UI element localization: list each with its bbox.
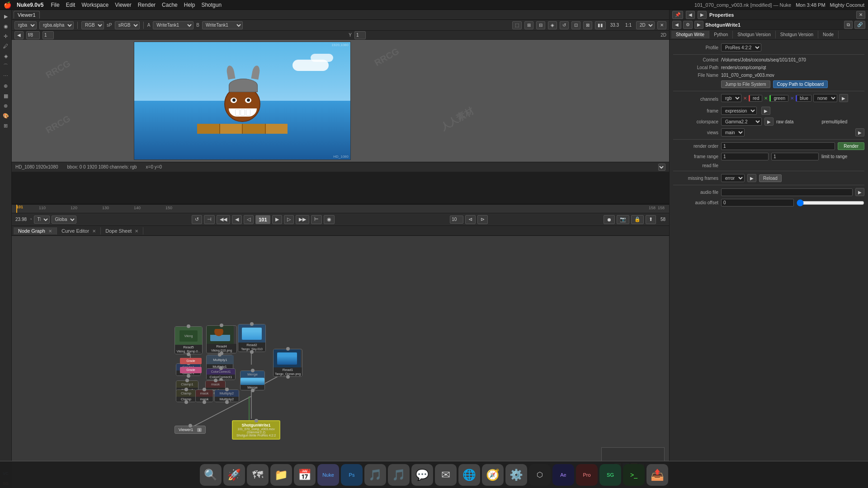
frame-prev-btn[interactable]: ◀: [14, 31, 24, 39]
node-read5-input[interactable]: [187, 324, 190, 328]
write-tank-b-select[interactable]: WriteTank1: [202, 21, 243, 29]
node-mask2[interactable]: mask mask: [195, 389, 213, 402]
dock-icon-pro[interactable]: Pro: [576, 464, 598, 486]
node-colorcorrect-input[interactable]: [219, 366, 223, 370]
app-name[interactable]: Nuke9.0v5: [17, 2, 43, 8]
dock-icon-unity[interactable]: ⬡: [529, 464, 551, 486]
prop-tab-node[interactable]: Node: [818, 31, 839, 38]
channel-blue[interactable]: blue: [796, 95, 811, 102]
display-select[interactable]: sRGB: [115, 21, 140, 29]
menu-workspace[interactable]: Workspace: [81, 2, 108, 8]
tool-grid[interactable]: ▦: [1, 91, 10, 100]
node-mask1-input[interactable]: [214, 379, 217, 382]
missing-frames-select[interactable]: error: [721, 174, 745, 182]
reload-btn[interactable]: Reload: [759, 174, 782, 182]
node-graph-canvas[interactable]: Viking Read5Viking_Ramp.0... Read4Viking…: [12, 236, 669, 488]
profile-select[interactable]: ProRes 4:2:2: [721, 43, 761, 52]
views-select[interactable]: main: [721, 128, 745, 136]
tool-mask[interactable]: ⊗: [1, 101, 10, 110]
menu-cache[interactable]: Cache: [162, 2, 178, 8]
prop-tab-shotgun-write[interactable]: Shotgun Write: [671, 31, 709, 38]
colorspace-expand-btn[interactable]: ▶: [764, 117, 774, 126]
menu-edit[interactable]: Edit: [66, 2, 75, 8]
node-mask2-output[interactable]: [203, 400, 206, 404]
dock-icon-files[interactable]: 📁: [270, 464, 292, 486]
props-expand-btn[interactable]: ▶: [698, 11, 707, 19]
render-order-input[interactable]: [721, 142, 835, 150]
node-colorcorrect[interactable]: ColorCorrect1 ColorCorrect1: [206, 368, 236, 380]
tool-transform[interactable]: ✛: [1, 32, 10, 41]
dock-icon-terminal[interactable]: >_: [623, 464, 645, 486]
btn-step-back[interactable]: ⊲: [465, 215, 476, 224]
btn-snapshot[interactable]: 📷: [617, 215, 629, 224]
node-prev-btn[interactable]: ◀: [672, 21, 681, 29]
node-merge1-input[interactable]: [251, 369, 255, 372]
node-merge1-output[interactable]: [251, 389, 255, 392]
dock-icon-music[interactable]: 🎵: [364, 464, 386, 486]
props-pin-btn[interactable]: 📌: [672, 11, 683, 19]
channel-mode-select[interactable]: rgba: [14, 21, 37, 29]
menu-file[interactable]: File: [51, 2, 59, 8]
menu-render[interactable]: Render: [138, 2, 156, 8]
tool-paint[interactable]: 🖊: [1, 42, 10, 51]
viewer-tab-1[interactable]: Viewer1: [14, 11, 40, 19]
frame-range-start-input[interactable]: [721, 153, 769, 160]
btn-next-frame[interactable]: ▶▶: [296, 215, 309, 224]
btn-step-fwd[interactable]: ⊳: [477, 215, 488, 224]
node-multiply2-output[interactable]: [225, 400, 229, 404]
node-read4-input[interactable]: [220, 324, 223, 327]
viewer-ctrl-btn-8[interactable]: ▮▮: [595, 21, 606, 29]
viewer-ctrl-btn-1[interactable]: ⬚: [512, 21, 522, 29]
dock-icon-ps[interactable]: Ps: [341, 464, 363, 486]
audio-offset-input[interactable]: [721, 199, 794, 206]
dock-icon-messages[interactable]: 💬: [411, 464, 433, 486]
node-read2[interactable]: Read2Tango_Sky.010: [238, 324, 266, 352]
node-viewer1[interactable]: Viewer1 1: [175, 426, 206, 434]
menu-help[interactable]: Help: [184, 2, 195, 8]
status-dropdown[interactable]: [658, 164, 665, 171]
viewer-node-input[interactable]: [189, 424, 192, 427]
scope-select[interactable]: Global: [52, 216, 76, 224]
tab-curve-editor[interactable]: Curve Editor ✕: [57, 227, 101, 235]
apple-menu[interactable]: 🍎: [4, 1, 11, 9]
node-shotgunwrite1[interactable]: ShotgunWrite1 101_070_comp_v003.mov (Gam…: [232, 420, 280, 440]
dock-icon-ftp[interactable]: 📤: [646, 464, 668, 486]
dock-icon-settings[interactable]: ⚙️: [505, 464, 527, 486]
props-collapse-btn[interactable]: ◀: [686, 11, 695, 19]
dock-icon-launchpad[interactable]: 🚀: [223, 464, 245, 486]
render-btn[interactable]: Render: [838, 142, 864, 150]
node-read5-output[interactable]: [187, 352, 190, 356]
mode-2d-select[interactable]: 2D: [636, 21, 655, 29]
props-close-btn[interactable]: ✕: [856, 11, 865, 19]
viewer-ctrl-btn-5[interactable]: ↺: [560, 21, 569, 29]
dock-icon-ae[interactable]: Ae: [552, 464, 574, 486]
dock-icon-safari[interactable]: 🧭: [482, 464, 504, 486]
channel-none-select[interactable]: none: [813, 94, 837, 102]
dock-icon-chrome[interactable]: 🌐: [458, 464, 480, 486]
write-tank-a-select[interactable]: WriteTank1: [153, 21, 193, 29]
audio-offset-slider[interactable]: [797, 199, 865, 206]
node-multiply2-input[interactable]: [225, 388, 229, 391]
audio-file-btn[interactable]: ▶: [855, 188, 864, 196]
btn-audio[interactable]: ◉: [324, 215, 335, 224]
frame-f-input[interactable]: [26, 31, 40, 39]
node-link-btn[interactable]: 🔗: [854, 21, 865, 29]
dock-icon-sg[interactable]: SG: [599, 464, 621, 486]
btn-prev-frame[interactable]: ◀◀: [217, 215, 230, 224]
btn-mark-in[interactable]: ⊣: [204, 215, 215, 224]
viewer-close-btn[interactable]: ✕: [657, 21, 666, 29]
node-grade1-output[interactable]: [187, 374, 190, 378]
tab-node-graph[interactable]: Node Graph ✕: [14, 227, 57, 235]
viewer-ctrl-btn-7[interactable]: ⊠: [583, 21, 592, 29]
tool-viewer[interactable]: ◉: [1, 22, 10, 31]
btn-current-frame[interactable]: 101: [255, 215, 270, 224]
btn-mark-out[interactable]: ⊢: [311, 215, 322, 224]
rgb-select[interactable]: RGB: [81, 21, 104, 29]
dock-icon-maps[interactable]: 🗺: [247, 464, 269, 486]
frame-expand-btn[interactable]: ▶: [761, 107, 770, 115]
frame-range-end-input[interactable]: [771, 153, 819, 160]
node-merge1[interactable]: Merge Merge: [240, 371, 265, 390]
prop-tab-shotgun-version-2[interactable]: Shotgun Version: [776, 31, 818, 38]
tool-clone[interactable]: ⊕: [1, 81, 10, 90]
channel-sub-select[interactable]: rgba.alpha: [39, 21, 74, 29]
